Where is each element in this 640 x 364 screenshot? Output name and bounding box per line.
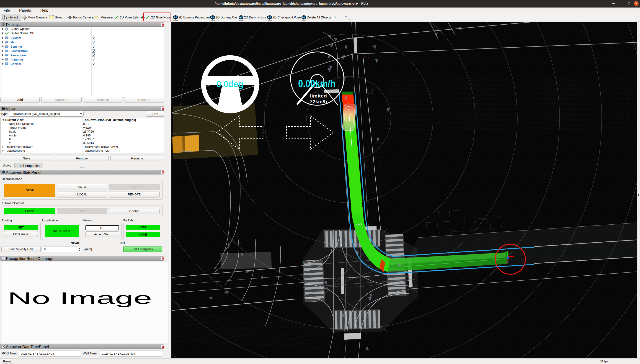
svg-text:0.00km/h: 0.00km/h — [298, 78, 335, 89]
svg-text:72km/h: 72km/h — [310, 99, 327, 104]
svg-text:0.0deg: 0.0deg — [217, 79, 243, 89]
svg-text:limited: limited — [310, 93, 327, 98]
